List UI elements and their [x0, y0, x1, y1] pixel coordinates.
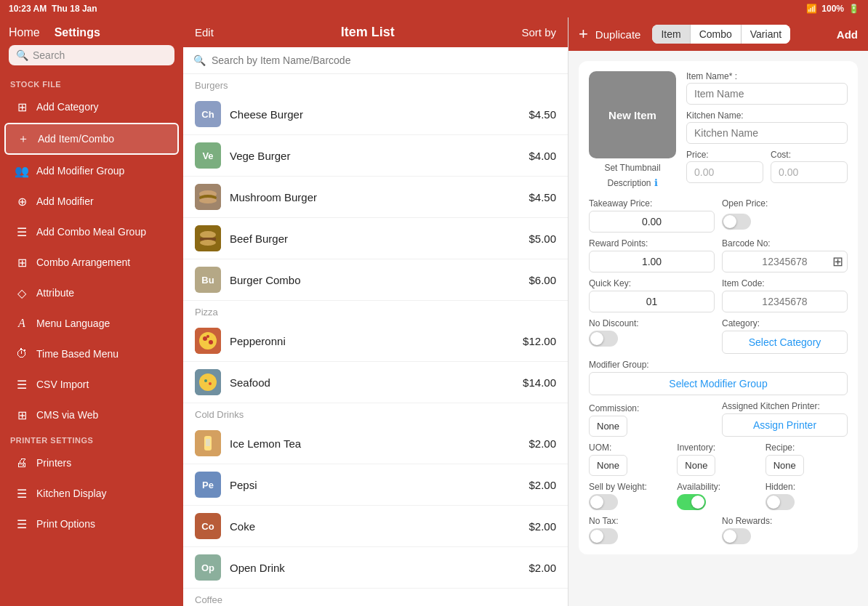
sidebar-search[interactable]: 🔍 Search [9, 45, 174, 65]
no-rewards-toggle[interactable] [722, 528, 751, 544]
search-input[interactable] [212, 54, 558, 66]
sidebar-item-print-options[interactable]: ☰ Print Options [4, 509, 179, 538]
item-price: $4.50 [529, 191, 556, 203]
item-name: Coke [230, 520, 520, 533]
quick-key-input[interactable] [589, 291, 715, 312]
open-price-field: Open Price: [722, 198, 848, 233]
commission-none-button[interactable]: None [589, 416, 627, 437]
item-code-input[interactable] [722, 291, 848, 312]
sell-by-weight-toggle[interactable] [589, 494, 618, 510]
cost-input[interactable] [771, 161, 848, 183]
table-row[interactable]: Op Open Drink $2.00 [183, 547, 568, 589]
sidebar-item-label: Print Options [36, 518, 95, 530]
settings-label[interactable]: Settings [55, 26, 100, 39]
table-row[interactable]: Co Coke $2.00 [183, 506, 568, 547]
kitchen-name-input[interactable] [686, 122, 848, 144]
item-price: $2.00 [529, 479, 556, 491]
type-btn-combo[interactable]: Combo [691, 25, 741, 44]
sidebar-item-cms-via-web[interactable]: ⊞ CMS via Web [4, 400, 179, 429]
sidebar-item-menu-language[interactable]: A Menu Language [4, 309, 179, 338]
item-name-input[interactable] [686, 83, 848, 105]
item-name: Open Drink [230, 562, 520, 574]
item-name: Pepperonni [230, 335, 514, 347]
table-row[interactable]: Pepperonni $12.00 [183, 320, 568, 362]
item-thumb: Ch [195, 101, 221, 127]
add-button[interactable]: Add [837, 28, 858, 41]
assign-printer-button[interactable]: Assign Printer [722, 413, 848, 437]
sidebar-item-time-based-menu[interactable]: ⏱ Time Based Menu [4, 339, 179, 368]
no-discount-toggle[interactable] [589, 331, 618, 347]
barcode-scan-icon[interactable]: ⊞ [832, 254, 843, 270]
table-row[interactable]: Seafood $14.00 [183, 362, 568, 403]
recipe-none-button[interactable]: None [765, 455, 804, 476]
availability-field: Availability: [677, 482, 759, 510]
takeaway-price-label: Takeaway Price: [589, 198, 715, 209]
item-name-label: Item Name* : [686, 71, 848, 81]
table-row[interactable]: Ve Vege Burger $4.00 [183, 135, 568, 177]
no-tax-toggle[interactable] [589, 528, 618, 544]
sidebar-item-add-item-combo[interactable]: ＋ Add Item/Combo [4, 123, 179, 155]
thumbnail-box[interactable]: New Item [589, 71, 676, 158]
item-price: $2.00 [529, 520, 556, 533]
table-row[interactable]: Bu Burger Combo $6.00 [183, 259, 568, 301]
hidden-toggle[interactable] [765, 494, 795, 510]
commission-label: Commission: [589, 403, 715, 413]
table-row[interactable]: Ch Cheese Burger $4.50 [183, 94, 568, 135]
sidebar-item-combo-arrangement[interactable]: ⊞ Combo Arrangement [4, 248, 179, 277]
no-rewards-toggle-wrap [722, 528, 848, 544]
table-row[interactable]: Pe Pepsi $2.00 [183, 464, 568, 506]
table-row[interactable]: Ice Lemon Tea $2.00 [183, 423, 568, 464]
inventory-label: Inventory: [677, 443, 759, 453]
item-name: Beef Burger [230, 233, 520, 245]
right-panel: + Duplicate Item Combo Variant Add New I… [568, 17, 868, 606]
duplicate-button[interactable]: Duplicate [595, 28, 641, 41]
table-row[interactable]: Mushroom Burger $4.50 [183, 177, 568, 218]
sidebar-item-kitchen-display[interactable]: ☰ Kitchen Display [4, 479, 179, 508]
sidebar-item-printers[interactable]: 🖨 Printers [4, 448, 179, 477]
sidebar-item-label: Add Item/Combo [38, 133, 114, 145]
reward-points-input[interactable] [589, 251, 715, 272]
type-btn-variant[interactable]: Variant [742, 25, 790, 44]
sidebar-item-attribute[interactable]: ◇ Attribute [4, 278, 179, 307]
no-rewards-field: No Rewards: [722, 516, 848, 544]
availability-toggle[interactable] [677, 494, 706, 510]
sidebar-item-csv-import[interactable]: ☰ CSV Import [4, 370, 179, 399]
recipe-field: Recipe: None [765, 443, 848, 476]
wifi-icon: 📶 [806, 4, 817, 14]
item-name: Cheese Burger [230, 108, 520, 121]
inventory-none-button[interactable]: None [677, 455, 715, 476]
open-price-toggle[interactable] [722, 214, 751, 230]
sidebar-item-add-modifier[interactable]: ⊕ Add Modifier [4, 187, 179, 216]
nodiscount-category-row: No Discount: Category: Select Category [589, 318, 848, 354]
item-code-field: Item Code: [722, 278, 848, 312]
sort-by-button[interactable]: Sort by [521, 26, 556, 39]
csv-icon: ☰ [15, 377, 29, 392]
barcode-input[interactable] [722, 251, 848, 272]
takeaway-price-input[interactable] [589, 211, 715, 233]
battery-icon: 🔋 [848, 4, 859, 14]
plus-icon: ＋ [16, 132, 31, 146]
search-bar[interactable]: 🔍 [183, 47, 568, 74]
sidebar-item-add-combo-meal-group[interactable]: ☰ Add Combo Meal Group [4, 217, 179, 246]
table-row[interactable]: Beef Burger $5.00 [183, 218, 568, 259]
description-label[interactable]: Description ℹ [607, 177, 657, 188]
sidebar-item-add-modifier-group[interactable]: 👥 Add Modifier Group [4, 156, 179, 185]
price-input[interactable] [686, 161, 763, 183]
group-icon: 👥 [15, 163, 29, 178]
sidebar-item-add-category[interactable]: ⊞ Add Category [4, 92, 179, 121]
uom-none-button[interactable]: None [589, 455, 627, 476]
home-label[interactable]: Home [9, 26, 40, 39]
group-label-burgers: Burgers [183, 74, 568, 94]
edit-button[interactable]: Edit [195, 26, 214, 39]
set-thumbnail-label[interactable]: Set Thumbnail [604, 163, 660, 173]
no-discount-label: No Discount: [589, 318, 715, 328]
type-btn-item[interactable]: Item [652, 25, 689, 44]
select-modifier-group-button[interactable]: Select Modifier Group [589, 372, 848, 395]
middle-header: Edit Item List Sort by [183, 17, 568, 47]
select-category-button[interactable]: Select Category [722, 331, 848, 354]
search-icon: 🔍 [16, 49, 28, 61]
add-new-button[interactable]: + [579, 25, 588, 44]
form-area: New Item Set Thumbnail Description ℹ Ite… [568, 51, 868, 606]
item-price: $4.00 [529, 150, 556, 162]
sidebar-item-label: Add Modifier [36, 195, 94, 207]
